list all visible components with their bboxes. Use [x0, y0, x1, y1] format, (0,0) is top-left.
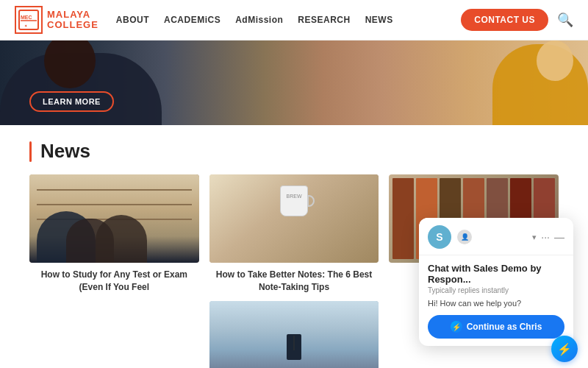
news-heading: News [29, 140, 559, 163]
chat-header-right: 👤 ▾ ··· — [457, 230, 564, 244]
chat-widget: S 👤 ▾ ··· — Chat with Sales Demo by Resp… [419, 218, 573, 346]
boat-image [209, 301, 379, 368]
chat-avatar: S [428, 225, 451, 249]
chat-continue-button[interactable]: ⚡ Continue as Chris [428, 315, 564, 339]
hero-people [0, 40, 588, 125]
search-icon: 🔍 [557, 13, 573, 27]
svg-text:MEC: MEC [21, 15, 32, 20]
svg-rect-0 [19, 10, 38, 29]
chat-body: Chat with Sales Demo by Respon... Typica… [419, 255, 573, 346]
chat-chevron-icon[interactable]: ▾ [532, 233, 537, 242]
coffee-image: BREW [209, 174, 379, 263]
hero-background [0, 40, 588, 125]
messenger-fab[interactable]: ⚡ [551, 336, 578, 362]
chat-header: S 👤 ▾ ··· — [419, 218, 573, 255]
learn-more-button[interactable]: LEARN MORE [29, 91, 114, 112]
messenger-icon: ⚡ [451, 321, 462, 333]
chat-subtitle: Typically replies instantly [428, 286, 564, 294]
news-card-2-title: How to Take Better Notes: The 6 Best Not… [209, 269, 379, 294]
news-card-1-image [29, 174, 199, 263]
news-col-right: BREW How to Take Better Notes: The 6 Bes… [209, 174, 379, 368]
logo[interactable]: MEC ✦ MALAYA COLLEGE [15, 6, 98, 34]
nav-about[interactable]: ABOUT [116, 15, 149, 25]
logo-icon: MEC ✦ [15, 6, 43, 34]
news-heading-bar [29, 141, 32, 162]
contact-button[interactable]: CONTACT US [461, 9, 548, 31]
chat-message: Hi! How can we help you? [428, 299, 564, 308]
nav-news[interactable]: NEWS [365, 15, 393, 25]
news-card-2-image: BREW [209, 174, 379, 263]
library-image [29, 174, 199, 263]
nav-research[interactable]: RESEARCH [298, 15, 350, 25]
chat-small-avatar: 👤 [457, 230, 472, 244]
nav-academics[interactable]: ACADEMiCS [164, 15, 220, 25]
logo-college: COLLEGE [47, 20, 98, 30]
news-card-1[interactable]: How to Study for Any Test or Exam (Even … [29, 174, 199, 368]
chat-title: Chat with Sales Demo by Respon... [428, 263, 564, 285]
news-card-3-image [209, 301, 379, 368]
chat-minimize-icon[interactable]: — [554, 231, 564, 243]
chat-continue-label: Continue as Chris [467, 322, 542, 332]
news-card-2[interactable]: BREW How to Take Better Notes: The 6 Bes… [209, 174, 379, 294]
chat-avatar-letter: S [436, 231, 442, 243]
svg-text:✦: ✦ [24, 24, 28, 28]
navbar: MEC ✦ MALAYA COLLEGE ABOUT ACADEMiCS AdM… [0, 0, 588, 40]
news-title: News [40, 140, 90, 163]
nav-actions: CONTACT US 🔍 [461, 9, 573, 31]
logo-text: MALAYA COLLEGE [47, 10, 98, 31]
news-card-3[interactable] [209, 301, 379, 368]
nav-links: ABOUT ACADEMiCS AdMission RESEARCH NEWS [116, 15, 461, 25]
logo-malaya: MALAYA [47, 10, 98, 20]
chat-more-icon[interactable]: ··· [541, 231, 550, 243]
hero-section: LEARN MORE [0, 40, 588, 125]
messenger-fab-icon: ⚡ [557, 342, 572, 356]
nav-admission[interactable]: AdMission [235, 15, 283, 25]
chat-header-icons: ▾ ··· — [532, 231, 564, 243]
search-button[interactable]: 🔍 [557, 12, 573, 28]
news-card-1-title: How to Study for Any Test or Exam (Even … [29, 269, 199, 294]
